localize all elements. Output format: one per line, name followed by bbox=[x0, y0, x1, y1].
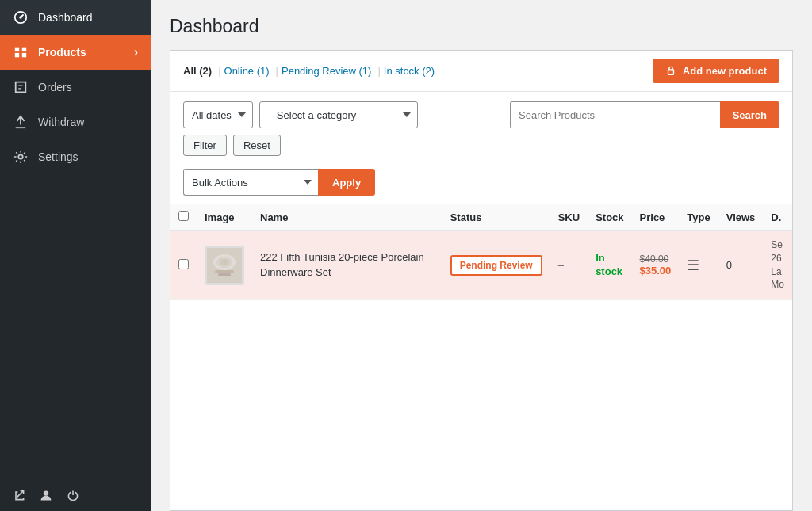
category-filter-select[interactable]: – Select a category – bbox=[259, 101, 418, 128]
sidebar-item-orders-label: Orders bbox=[38, 81, 72, 93]
col-date: D. bbox=[763, 204, 792, 231]
add-product-button[interactable]: Add new product bbox=[653, 59, 779, 83]
row-type-cell: ☰ bbox=[679, 231, 718, 300]
svg-point-12 bbox=[220, 259, 229, 265]
external-link-icon[interactable] bbox=[13, 489, 25, 501]
withdraw-icon bbox=[13, 114, 29, 130]
row-checkbox[interactable] bbox=[178, 259, 189, 269]
tab-instock[interactable]: In stock (2) bbox=[384, 62, 435, 80]
svg-point-6 bbox=[18, 154, 22, 158]
products-table: Image Name Status SKU Stock Price Type V… bbox=[170, 204, 792, 300]
content-area: All (2) | Online (1) | Pending Review (1… bbox=[170, 50, 793, 511]
row-date-cell: Se26LaMo bbox=[763, 231, 792, 300]
col-status: Status bbox=[442, 204, 550, 231]
type-icon: ☰ bbox=[687, 257, 699, 273]
stock-value: Instock bbox=[596, 252, 622, 277]
product-image bbox=[205, 246, 244, 285]
svg-point-7 bbox=[44, 490, 48, 495]
col-type: Type bbox=[679, 204, 718, 231]
sidebar-item-settings-label: Settings bbox=[38, 151, 79, 163]
price-original: $40.00 bbox=[640, 254, 672, 265]
bulk-actions-select[interactable]: Bulk Actions bbox=[183, 169, 318, 196]
collapse-icon: › bbox=[134, 45, 138, 59]
sidebar-item-products[interactable]: Products › bbox=[0, 35, 151, 70]
dashboard-icon bbox=[13, 10, 29, 25]
product-thumbnail-svg bbox=[207, 248, 242, 283]
col-image: Image bbox=[197, 204, 252, 231]
col-price: Price bbox=[632, 204, 680, 231]
svg-rect-3 bbox=[22, 48, 26, 51]
briefcase-icon bbox=[665, 66, 676, 77]
col-name: Name bbox=[252, 204, 442, 231]
table-container: Image Name Status SKU Stock Price Type V… bbox=[170, 204, 792, 510]
select-all-checkbox[interactable] bbox=[178, 211, 189, 221]
sidebar-item-orders[interactable]: Orders bbox=[0, 70, 151, 105]
row-name-cell: 222 Fifth Tunisia 20-piece Porcelain Din… bbox=[252, 231, 442, 300]
tab-all[interactable]: All (2) bbox=[183, 62, 212, 80]
orders-icon bbox=[13, 79, 29, 95]
power-icon[interactable] bbox=[67, 489, 79, 501]
user-icon[interactable] bbox=[40, 489, 52, 501]
svg-rect-13 bbox=[215, 270, 234, 273]
tabs: All (2) | Online (1) | Pending Review (1… bbox=[183, 62, 438, 80]
row-image-cell bbox=[197, 231, 252, 300]
row-stock-cell: Instock bbox=[588, 231, 631, 300]
row-views-cell: 0 bbox=[718, 231, 764, 300]
page-title: Dashboard bbox=[170, 16, 793, 37]
svg-rect-2 bbox=[15, 48, 19, 51]
search-input[interactable] bbox=[510, 101, 720, 128]
row-sku-cell: – bbox=[550, 231, 588, 300]
svg-rect-4 bbox=[15, 53, 19, 57]
tab-online[interactable]: Online (1) bbox=[224, 62, 270, 80]
svg-rect-14 bbox=[218, 273, 231, 276]
svg-rect-8 bbox=[668, 69, 673, 74]
search-button[interactable]: Search bbox=[720, 101, 779, 128]
status-badge: Pending Review bbox=[450, 255, 542, 276]
tab-bar: All (2) | Online (1) | Pending Review (1… bbox=[170, 51, 792, 92]
price-sale: $35.00 bbox=[640, 265, 672, 276]
apply-button[interactable]: Apply bbox=[318, 169, 375, 196]
date-value: Se26LaMo bbox=[771, 239, 784, 290]
sidebar-bottom bbox=[0, 479, 151, 511]
col-checkbox bbox=[170, 204, 197, 231]
filter-row: All dates – Select a category – Search bbox=[170, 92, 792, 135]
products-icon bbox=[13, 44, 29, 60]
product-name: 222 Fifth Tunisia 20-piece Porcelain Din… bbox=[260, 251, 424, 277]
filter-button[interactable]: Filter bbox=[183, 135, 227, 156]
sidebar-item-dashboard-label: Dashboard bbox=[38, 11, 93, 24]
views-value: 0 bbox=[726, 259, 732, 271]
settings-icon bbox=[13, 149, 29, 165]
sidebar-item-settings[interactable]: Settings bbox=[0, 139, 151, 174]
col-views: Views bbox=[718, 204, 764, 231]
table-header-row: Image Name Status SKU Stock Price Type V… bbox=[170, 204, 792, 231]
sidebar-item-withdraw[interactable]: Withdraw bbox=[0, 105, 151, 139]
search-container: Search bbox=[510, 101, 779, 128]
sidebar: Dashboard Products › Orders Withdraw Set… bbox=[0, 0, 151, 511]
date-filter-select[interactable]: All dates bbox=[183, 101, 253, 128]
bulk-row: Bulk Actions Apply bbox=[170, 164, 792, 204]
row-status-cell: Pending Review bbox=[442, 231, 550, 300]
sidebar-item-withdraw-label: Withdraw bbox=[38, 116, 84, 128]
svg-rect-5 bbox=[22, 53, 26, 57]
sidebar-item-dashboard[interactable]: Dashboard bbox=[0, 0, 151, 35]
row-checkbox-cell bbox=[170, 231, 197, 300]
sku-value: – bbox=[558, 259, 564, 271]
row-price-cell: $40.00 $35.00 bbox=[632, 231, 680, 300]
filter-reset-row: Filter Reset bbox=[170, 135, 792, 164]
col-stock: Stock bbox=[588, 204, 631, 231]
svg-point-1 bbox=[19, 16, 22, 19]
col-sku: SKU bbox=[550, 204, 588, 231]
sidebar-item-products-label: Products bbox=[38, 46, 86, 59]
main-content: Dashboard All (2) | Online (1) | Pending… bbox=[151, 0, 812, 511]
table-row: 222 Fifth Tunisia 20-piece Porcelain Din… bbox=[170, 231, 792, 300]
tab-pending[interactable]: Pending Review (1) bbox=[282, 62, 371, 80]
reset-button[interactable]: Reset bbox=[233, 135, 281, 156]
